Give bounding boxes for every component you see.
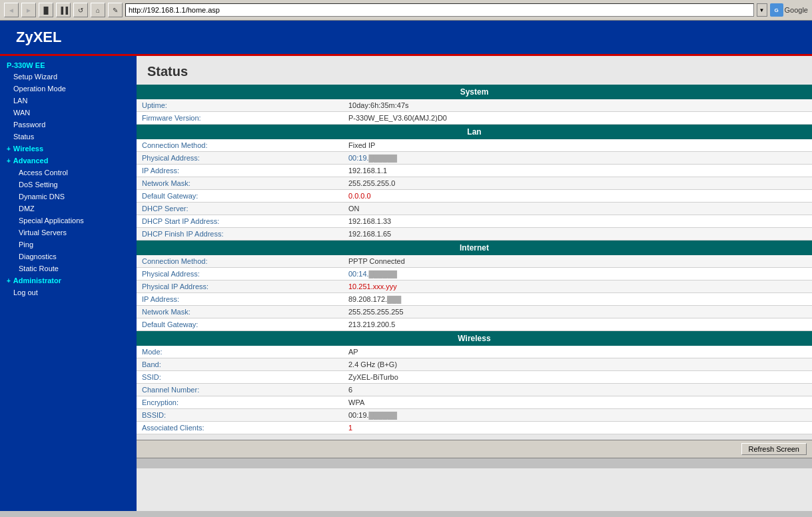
sidebar-item-operation-mode[interactable]: Operation Mode (0, 83, 137, 95)
content-area: Status System Uptime: 10day:6h:35m:47s F… (137, 56, 812, 511)
browser-chrome: ◄ ► ▐▌ ▐▐ ↺ ⌂ ✎ ▼ G Google (0, 0, 812, 21)
address-input[interactable] (125, 3, 754, 17)
lan-gw-value: 0.0.0.0 (343, 190, 812, 203)
lan-ip-value: 192.168.1.1 (343, 165, 812, 177)
wifi-encryption-label: Encryption: (137, 396, 343, 409)
inet-conn-method-label: Connection Method: (137, 255, 343, 268)
inet-gw-value: 213.219.200.5 (343, 318, 812, 331)
sidebar-item-setup-wizard[interactable]: Setup Wizard (0, 71, 137, 83)
skip-button[interactable]: ▐▐ (56, 3, 71, 17)
table-row: Connection Method: PPTP Connected (137, 255, 812, 268)
table-row: BSSID: 00:19.██████ (137, 409, 812, 422)
dhcp-finish-label: DHCP Finish IP Address: (137, 228, 343, 241)
browser-toolbar: ◄ ► ▐▌ ▐▐ ↺ ⌂ ✎ ▼ G Google (0, 0, 812, 20)
sidebar-item-access-control[interactable]: Access Control (0, 167, 137, 179)
inet-ip-label: IP Address: (137, 293, 343, 306)
lan-conn-method-value: Fixed IP (343, 139, 812, 152)
sidebar-item-dos-setting[interactable]: DoS Setting (0, 179, 137, 191)
google-box: G Google (770, 3, 808, 17)
firmware-label: Firmware Version: (137, 112, 343, 125)
dhcp-server-label: DHCP Server: (137, 203, 343, 215)
wifi-ssid-label: SSID: (137, 371, 343, 384)
wifi-band-label: Band: (137, 358, 343, 371)
lan-physical-value: 00:19.██████ (343, 152, 812, 165)
sidebar-item-password[interactable]: Password (0, 119, 137, 131)
table-row: Default Gateway: 0.0.0.0 (137, 190, 812, 203)
home-button[interactable]: ⌂ (91, 3, 105, 17)
sidebar-item-status[interactable]: Status (0, 131, 137, 143)
back-button[interactable]: ◄ (4, 3, 19, 17)
inet-physical-value: 00:14.██████ (343, 268, 812, 280)
address-bar-container: ▼ (125, 3, 767, 17)
system-section-header: System (137, 85, 812, 99)
wifi-ssid-value: ZyXEL-BiTurbo (343, 371, 812, 384)
forward-button[interactable]: ► (21, 3, 36, 17)
main-area: P-330W EE Setup Wizard Operation Mode LA… (0, 56, 812, 511)
internet-section-header: Internet (137, 241, 812, 256)
inet-conn-method-value: PPTP Connected (343, 255, 812, 268)
sidebar-item-special-applications[interactable]: Special Applications (0, 215, 137, 227)
wifi-mode-value: AP (343, 346, 812, 358)
table-row: Physical IP Address: 10.251.xxx.yyy (137, 280, 812, 293)
address-dropdown[interactable]: ▼ (757, 3, 767, 17)
table-row: IP Address: 89.208.172.███ (137, 293, 812, 306)
table-row: Uptime: 10day:6h:35m:47s (137, 99, 812, 112)
table-row: Default Gateway: 213.219.200.5 (137, 318, 812, 331)
lan-section-header: Lan (137, 125, 812, 140)
dhcp-start-label: DHCP Start IP Address: (137, 215, 343, 228)
wifi-clients-value: 1 (343, 422, 812, 434)
inet-phys-ip-label: Physical IP Address: (137, 280, 343, 293)
lan-gw-label: Default Gateway: (137, 190, 343, 203)
table-row: Physical Address: 00:14.██████ (137, 268, 812, 280)
edit-button[interactable]: ✎ (108, 3, 123, 17)
table-row: Mode: AP (137, 346, 812, 358)
refresh-screen-button[interactable]: Refresh Screen (741, 443, 807, 455)
lan-mask-value: 255.255.255.0 (343, 177, 812, 190)
table-row: IP Address: 192.168.1.1 (137, 165, 812, 177)
wifi-encryption-value: WPA (343, 396, 812, 409)
inet-phys-ip-value: 10.251.xxx.yyy (343, 280, 812, 293)
sidebar-item-wireless[interactable]: + Wireless (0, 143, 137, 155)
table-row: Physical Address: 00:19.██████ (137, 152, 812, 165)
google-label: Google (785, 6, 808, 14)
wifi-bssid-label: BSSID: (137, 409, 343, 422)
sidebar-item-diagnostics[interactable]: Diagnostics (0, 251, 137, 262)
site-logo: ZyXEL (11, 27, 67, 47)
sidebar-item-lan[interactable]: LAN (0, 95, 137, 107)
inet-gw-label: Default Gateway: (137, 318, 343, 331)
device-label: P-330W EE (0, 59, 137, 71)
firmware-value: P-330W_EE_V3.60(AMJ.2)D0 (343, 112, 812, 125)
page-title: Status (137, 56, 812, 85)
sidebar-item-advanced[interactable]: + Advanced (0, 155, 137, 167)
sidebar-item-wan[interactable]: WAN (0, 107, 137, 119)
table-row: DHCP Finish IP Address: 192.168.1.65 (137, 228, 812, 241)
wifi-clients-label: Associated Clients: (137, 422, 343, 434)
status-table: System Uptime: 10day:6h:35m:47s Firmware… (137, 85, 812, 440)
sidebar-item-virtual-servers[interactable]: Virtual Servers (0, 227, 137, 239)
lan-physical-label: Physical Address: (137, 152, 343, 165)
wifi-band-value: 2.4 GHz (B+G) (343, 358, 812, 371)
sidebar-item-ping[interactable]: Ping (0, 239, 137, 251)
stop-button[interactable]: ▐▌ (39, 3, 53, 17)
site-header: ZyXEL (0, 21, 812, 56)
lan-conn-method-label: Connection Method: (137, 139, 343, 152)
sidebar-item-dynamic-dns[interactable]: Dynamic DNS (0, 191, 137, 203)
uptime-value: 10day:6h:35m:47s (343, 99, 812, 112)
wifi-channel-label: Channel Number: (137, 384, 343, 396)
inet-ip-value: 89.208.172.███ (343, 293, 812, 306)
bottom-bar: Refresh Screen (137, 440, 812, 458)
sidebar-item-dmz[interactable]: DMZ (0, 203, 137, 215)
dhcp-start-value: 192.168.1.33 (343, 215, 812, 228)
wifi-bssid-value: 00:19.██████ (343, 409, 812, 422)
lan-mask-label: Network Mask: (137, 177, 343, 190)
page-wrapper: ZyXEL P-330W EE Setup Wizard Operation M… (0, 21, 812, 511)
sidebar-item-administrator[interactable]: + Administrator (0, 274, 137, 286)
table-row: Firmware Version: P-330W_EE_V3.60(AMJ.2)… (137, 112, 812, 125)
refresh-button[interactable]: ↺ (73, 3, 88, 17)
sidebar-item-logout[interactable]: Log out (0, 286, 137, 298)
wifi-channel-value: 6 (343, 384, 812, 396)
sidebar-item-static-route[interactable]: Static Route (0, 262, 137, 274)
table-row: Associated Clients: 1 (137, 422, 812, 434)
lan-ip-label: IP Address: (137, 165, 343, 177)
google-icon: G (770, 3, 783, 17)
